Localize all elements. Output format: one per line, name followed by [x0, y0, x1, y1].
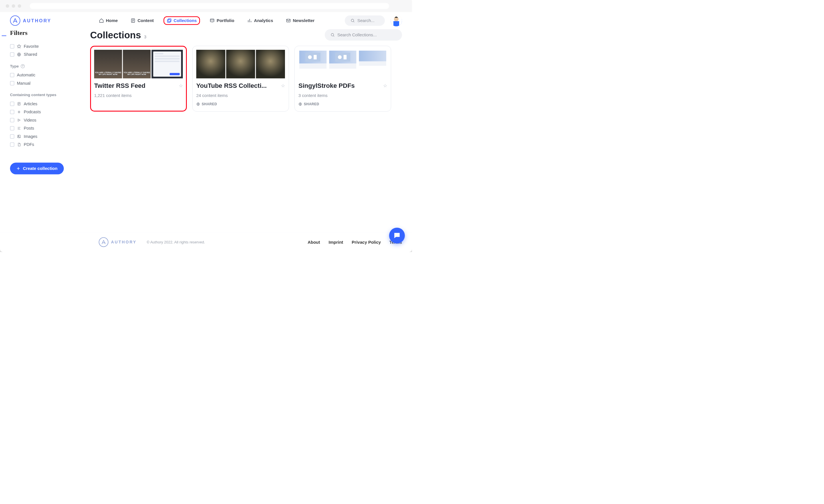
global-search[interactable]: Search...	[345, 15, 385, 26]
filters-title: Filters	[10, 29, 27, 36]
filter-pdfs[interactable]: PDFs	[10, 140, 84, 149]
filter-videos-label: Videos	[24, 118, 36, 123]
collections-icon	[167, 18, 172, 23]
checkbox[interactable]	[10, 73, 14, 77]
card-shared-label: SHARED	[304, 102, 319, 106]
filters-sidebar: Filters Favorite Shared	[10, 29, 84, 226]
collections-count: 3	[144, 34, 146, 39]
filter-automatic[interactable]: Automatic	[10, 71, 84, 79]
checkbox[interactable]	[10, 118, 14, 122]
window-controls	[6, 4, 21, 8]
card-item-count: 24 content items	[196, 93, 285, 98]
svg-rect-1	[167, 19, 170, 22]
footer-link-privacy[interactable]: Privacy Policy	[351, 240, 381, 244]
app-header: AUTHORY Home Content Collections	[0, 12, 412, 29]
filter-favorite[interactable]: Favorite	[10, 42, 84, 51]
svg-rect-18	[335, 53, 350, 62]
footer-link-about[interactable]: About	[308, 240, 320, 244]
footer-link-imprint[interactable]: Imprint	[329, 240, 343, 244]
filter-videos[interactable]: Videos	[10, 116, 84, 124]
thumbnail-pdf	[358, 50, 387, 78]
collection-card-singylstroke-pdfs[interactable]: SingylStroke PDFs ☆ 3 content items SHAR…	[294, 46, 391, 112]
nav-newsletter-label: Newsletter	[293, 18, 315, 23]
favorite-toggle-icon[interactable]: ☆	[383, 83, 387, 88]
star-icon	[17, 44, 21, 48]
thumbnail-movie-still: YOU ARE LITERALLY SAVING MY LIFE RIGHT N…	[123, 50, 150, 78]
filter-posts[interactable]: Posts	[10, 124, 84, 132]
favorite-toggle-icon[interactable]: ☆	[179, 83, 183, 88]
minimize-window-icon[interactable]	[12, 4, 15, 8]
nav-collections[interactable]: Collections	[164, 16, 200, 25]
svg-point-19	[338, 55, 342, 59]
brand-logo-icon	[99, 237, 108, 247]
filter-posts-label: Posts	[24, 126, 34, 131]
maximize-window-icon[interactable]	[18, 4, 21, 8]
home-icon	[99, 18, 104, 23]
globe-icon	[298, 102, 302, 106]
card-title: Twitter RSS Feed	[94, 82, 177, 89]
filter-shared[interactable]: Shared	[10, 51, 84, 59]
posts-icon	[17, 126, 21, 130]
card-item-count: 1,221 content items	[94, 93, 183, 98]
thumbnail-caption: YOU ARE LITERALLY SAVING MY LIFE RIGHT N…	[94, 71, 122, 76]
content-icon	[131, 18, 136, 23]
filter-podcasts-label: Podcasts	[24, 110, 41, 114]
svg-rect-3	[210, 19, 214, 22]
images-icon	[17, 134, 21, 138]
user-avatar[interactable]	[391, 15, 402, 26]
portfolio-icon	[210, 18, 215, 23]
checkbox[interactable]	[10, 44, 14, 48]
help-icon[interactable]: ?	[21, 64, 25, 68]
card-shared-badge: SHARED	[298, 102, 387, 106]
footer-brand-name: AUTHORY	[111, 240, 137, 244]
brand[interactable]: AUTHORY	[10, 15, 93, 26]
filter-images[interactable]: Images	[10, 132, 84, 141]
create-collection-button[interactable]: Create collection	[10, 163, 64, 175]
chat-launcher-button[interactable]	[389, 228, 405, 243]
card-title: SingylStroke PDFs	[298, 82, 381, 89]
checkbox[interactable]	[10, 142, 14, 147]
nav-newsletter[interactable]: Newsletter	[283, 17, 318, 25]
plus-icon	[16, 167, 20, 171]
globe-icon	[17, 53, 21, 57]
footer-brand[interactable]: AUTHORY	[99, 237, 137, 247]
checkbox[interactable]	[10, 134, 14, 138]
search-collections-placeholder: Search Collections...	[337, 33, 377, 37]
collections-grid: YOU ARE LITERALLY SAVING MY LIFE RIGHT N…	[90, 46, 402, 112]
svg-point-5	[351, 19, 354, 22]
close-window-icon[interactable]	[6, 4, 9, 8]
global-search-placeholder: Search...	[357, 18, 375, 23]
checkbox[interactable]	[10, 126, 14, 130]
checkbox[interactable]	[10, 81, 14, 85]
thumbnail-form	[151, 50, 183, 78]
filter-podcasts[interactable]: Podcasts	[10, 108, 84, 116]
svg-rect-2	[168, 19, 171, 22]
thumbnail-game	[196, 50, 225, 78]
filter-manual[interactable]: Manual	[10, 79, 84, 88]
newsletter-icon	[286, 18, 291, 23]
brand-name: AUTHORY	[23, 18, 51, 23]
filter-pdfs-label: PDFs	[24, 142, 34, 147]
search-collections-input[interactable]: Search Collections...	[325, 29, 402, 40]
nav-home[interactable]: Home	[96, 17, 121, 25]
checkbox[interactable]	[10, 53, 14, 57]
collection-card-twitter-rss[interactable]: YOU ARE LITERALLY SAVING MY LIFE RIGHT N…	[90, 46, 187, 112]
nav-analytics[interactable]: Analytics	[244, 17, 276, 25]
app-footer: AUTHORY © Authory 2022. All rights reser…	[0, 232, 412, 252]
collection-card-youtube-rss[interactable]: YouTube RSS Collecti... ☆ 24 content ite…	[192, 46, 289, 112]
podcasts-icon	[17, 110, 21, 114]
header-right: Search...	[345, 15, 402, 26]
browser-url-bar[interactable]	[30, 3, 389, 9]
nav-content[interactable]: Content	[128, 17, 157, 25]
svg-point-16	[308, 55, 312, 59]
footer-copyright: © Authory 2022. All rights reserved.	[147, 240, 205, 244]
page-title: Collections	[90, 29, 141, 40]
favorite-toggle-icon[interactable]: ☆	[281, 83, 285, 88]
checkbox[interactable]	[10, 110, 14, 114]
checkbox[interactable]	[10, 102, 14, 106]
main-content: Collections 3 Search Collections... YOU …	[90, 29, 402, 226]
search-icon	[330, 33, 335, 37]
nav-portfolio[interactable]: Portfolio	[207, 17, 237, 25]
create-collection-label: Create collection	[23, 166, 58, 171]
filter-articles[interactable]: Articles	[10, 100, 84, 108]
